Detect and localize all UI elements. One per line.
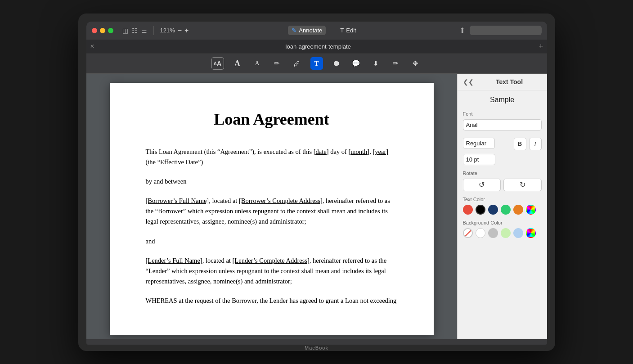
text-color-black[interactable] [476, 205, 485, 215]
pdf-area[interactable]: Loan Agreement This Loan Agreement (this… [86, 74, 457, 339]
paragraph-5: [Lender’s Full Name], located at [Lender… [146, 256, 398, 287]
title-center: ✎ Annotate T Edit [192, 26, 455, 35]
laptop-base: MacBook [86, 345, 547, 351]
screen: ◫ ☷ ⚌ 121% − + ✎ Annotate T Edit [86, 22, 547, 339]
tabbar: ✕ loan-agreement-template + [86, 40, 547, 54]
year-placeholder: [year] [373, 148, 388, 155]
text-large-btn[interactable]: A [231, 57, 244, 70]
paragraph-1: This Loan Agreement (this “Agreement”), … [146, 147, 398, 167]
rotate-row: ↺ ↻ [463, 179, 542, 191]
bg-color-light-gray[interactable] [488, 228, 498, 238]
new-tab-button[interactable]: + [539, 42, 543, 51]
titlebar: ◫ ☷ ⚌ 121% − + ✎ Annotate T Edit [86, 22, 547, 40]
rotate-left-button[interactable]: ↺ [463, 179, 501, 191]
borrower-address-placeholder: [Borrower’s Complete Address] [239, 197, 323, 204]
date-placeholder: [date] [314, 148, 329, 155]
sample-text: Sample [463, 96, 542, 104]
search-input[interactable] [470, 26, 542, 35]
text-color-swatches [463, 205, 542, 215]
edit-button[interactable]: T Edit [337, 26, 359, 35]
font-section-label: Font [463, 111, 542, 117]
bg-color-section: Background Color [463, 220, 542, 238]
signature-btn[interactable]: ✏ [390, 57, 402, 70]
bg-color-white[interactable] [476, 228, 485, 238]
bg-color-light-blue[interactable] [513, 228, 523, 238]
text-color-red[interactable] [463, 205, 473, 215]
bold-button[interactable]: B [514, 138, 526, 150]
list-view-icon[interactable]: ⚌ [141, 27, 147, 34]
pdf-body: This Loan Agreement (this “Agreement”), … [146, 147, 398, 306]
annotate-label: Annotate [299, 27, 322, 34]
main-content: Loan Agreement This Loan Agreement (this… [86, 74, 547, 339]
bg-color-transparent[interactable] [463, 228, 473, 238]
annotate-pen-icon: ✎ [292, 27, 296, 34]
sidebar-toggle-icon[interactable]: ◫ [122, 27, 128, 34]
text-color-section: Text Color [463, 197, 542, 215]
font-size-select[interactable]: 8 pt 9 pt 10 pt 11 pt 12 pt [463, 154, 495, 165]
rotate-section: Rotate ↺ ↻ [463, 171, 542, 191]
edit-label: Edit [346, 27, 356, 34]
text-color-label: Text Color [463, 197, 542, 202]
text-size-tool-btn[interactable]: A A [211, 57, 224, 70]
font-select[interactable]: Arial Helvetica Times New Roman Georgia … [463, 119, 542, 130]
text-insert-btn[interactable]: T [310, 57, 323, 70]
edit-text-icon: T [340, 27, 344, 34]
lender-address-placeholder: [Lender’s Complete Address] [233, 257, 310, 264]
italic-button[interactable]: I [529, 138, 542, 150]
text-color-multi[interactable] [526, 205, 536, 215]
laptop-bottom [86, 339, 547, 345]
pencil-btn[interactable]: ✏ [271, 57, 283, 70]
text-color-orange[interactable] [513, 205, 523, 215]
borrower-name-placeholder: [Borrower’s Full Name] [146, 197, 209, 204]
share-icon[interactable]: ⬆ [459, 26, 465, 35]
comment-btn[interactable]: 💬 [350, 57, 363, 70]
toolbar-divider [153, 26, 154, 35]
annotation-bar: A A A A ✏ 🖊 T ⬢ 💬 ⬇ ✏ ✥ [86, 54, 547, 74]
right-panel: ❮❮ Text Tool Sample Font Arial Helvetica… [457, 74, 547, 339]
bg-color-light-green[interactable] [501, 228, 511, 238]
minimize-button[interactable] [100, 28, 105, 33]
month-placeholder: [month] [348, 148, 369, 155]
pdf-title: Loan Agreement [146, 110, 398, 129]
paragraph-3: [Borrower’s Full Name], located at [Borr… [146, 196, 398, 227]
panel-title: Text Tool [477, 78, 542, 85]
crop-btn[interactable]: ✥ [409, 57, 422, 70]
panel-collapse-icon[interactable]: ❮❮ [463, 78, 474, 85]
bg-color-multi[interactable] [526, 228, 536, 238]
pdf-page: Loan Agreement This Loan Agreement (this… [110, 83, 434, 335]
annotate-button[interactable]: ✎ Annotate [288, 26, 326, 35]
zoom-decrease-button[interactable]: − [178, 27, 182, 34]
laptop-brand-label: MacBook [305, 345, 328, 351]
paragraph-2: by and between [146, 176, 398, 187]
window-toolbar-icons: ◫ ☷ ⚌ [122, 27, 147, 34]
close-button[interactable] [92, 28, 97, 33]
text-color-green[interactable] [501, 205, 511, 215]
title-right: ⬆ 🔍 [459, 26, 542, 35]
zoom-increase-button[interactable]: + [184, 27, 189, 34]
font-style-select[interactable]: Regular Bold Italic Bold Italic [463, 138, 495, 149]
rotate-right-button[interactable]: ↻ [503, 179, 542, 191]
zoom-control: 121% − + [160, 27, 189, 34]
font-size-row: 8 pt 9 pt 10 pt 11 pt 12 pt [463, 154, 542, 165]
text-color-dark-blue[interactable] [488, 205, 498, 215]
font-style-row: Regular Bold Italic Bold Italic B I [463, 138, 542, 150]
stamp-btn[interactable]: ⬇ [370, 57, 382, 70]
grid-view-icon[interactable]: ☷ [132, 27, 138, 34]
highlight-btn[interactable]: 🖊 [291, 57, 303, 70]
search-wrapper: 🔍 [470, 26, 542, 35]
tab-close-icon[interactable]: ✕ [90, 43, 94, 49]
tab-title: loan-agreement-template [98, 43, 539, 50]
panel-body: Sample Font Arial Helvetica Times New Ro… [458, 90, 547, 339]
bg-color-label: Background Color [463, 220, 542, 225]
maximize-button[interactable] [108, 28, 113, 33]
text-small-btn[interactable]: A [251, 57, 264, 70]
lender-name-placeholder: [Lender’s Full Name] [146, 257, 202, 264]
traffic-lights [92, 28, 113, 33]
panel-header: ❮❮ Text Tool [458, 74, 547, 90]
paragraph-6: WHEREAS at the request of the Borrower, … [146, 296, 398, 306]
rotate-label: Rotate [463, 171, 542, 176]
shape-btn[interactable]: ⬢ [330, 57, 343, 70]
paragraph-4: and [146, 236, 398, 247]
zoom-level: 121% [160, 27, 175, 34]
laptop-outer: ◫ ☷ ⚌ 121% − + ✎ Annotate T Edit [78, 13, 555, 351]
